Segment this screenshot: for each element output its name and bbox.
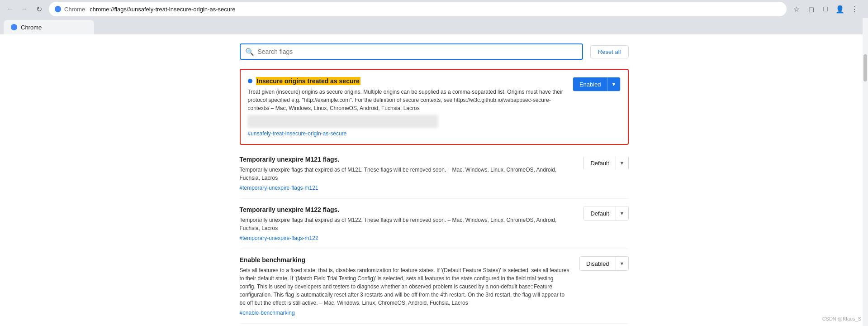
dropdown-arrow-benchmarking-icon: ▼ [616, 257, 628, 270]
bookmark-button[interactable]: ☆ [790, 3, 803, 15]
reload-button[interactable]: ↻ [33, 3, 45, 15]
flag-input-insecure-origins[interactable] [248, 115, 438, 128]
flag-link-unexpire-m121[interactable]: #temporary-unexpire-flags-m121 [240, 185, 575, 191]
dropdown-label-benchmarking: Disabled [580, 257, 616, 270]
titlebar: ← → ↻ Chrome chrome://flags/#unsafely-tr… [0, 0, 868, 18]
flag-link-insecure-origins[interactable]: #unsafely-treat-insecure-origin-as-secur… [248, 130, 564, 137]
menu-button[interactable]: ⋮ [848, 3, 861, 15]
flag-item-benchmarking: Enable benchmarking Sets all features to… [240, 249, 629, 324]
reset-all-button[interactable]: Reset all [590, 45, 629, 58]
browser-chrome: ← → ↻ Chrome chrome://flags/#unsafely-tr… [0, 0, 868, 34]
flag-info-unexpire-m121: Temporarily unexpire M121 flags. Tempora… [240, 156, 575, 191]
address-bar[interactable]: Chrome chrome://flags/#unsafely-treat-in… [49, 2, 787, 16]
dropdown-default-m121[interactable]: Default ▼ [583, 156, 628, 170]
dropdown-label-insecure-origins: Enabled [573, 77, 608, 91]
dropdown-arrow-m121-icon: ▼ [616, 156, 628, 170]
forward-button[interactable]: → [18, 3, 31, 15]
flag-desc-unexpire-m121: Temporarily unexpire flags that expired … [240, 166, 575, 182]
flag-dropdown-unexpire-m121[interactable]: Default ▼ [583, 156, 628, 170]
browser-label: Chrome [64, 6, 85, 13]
favicon [54, 5, 62, 13]
flag-title-benchmarking: Enable benchmarking [240, 256, 305, 264]
flag-dropdown-benchmarking[interactable]: Disabled ▼ [579, 256, 628, 271]
flag-item-unexpire-m122: Temporarily unexpire M122 flags. Tempora… [240, 199, 629, 249]
nav-buttons: ← → ↻ [4, 3, 45, 15]
search-bar-row: 🔍 Reset all [240, 43, 629, 60]
search-icon: 🔍 [245, 48, 254, 56]
tab-title-text: Chrome [21, 24, 42, 31]
flag-name-unexpire-m121: Temporarily unexpire M121 flags. [240, 156, 575, 163]
flags-container: 🔍 Reset all Insecure origins treated as … [231, 34, 638, 326]
flag-name-insecure-origins: Insecure origins treated as secure [248, 77, 564, 85]
search-wrapper[interactable]: 🔍 [240, 43, 583, 60]
flag-info-benchmarking: Enable benchmarking Sets all features to… [240, 256, 571, 316]
chrome-icon [55, 6, 61, 12]
dropdown-label-m121: Default [584, 156, 616, 170]
tab-favicon [11, 24, 17, 30]
extensions-button[interactable]: ◻ [805, 3, 817, 15]
dropdown-enabled[interactable]: Enabled ▼ [573, 77, 621, 91]
page-content: 🔍 Reset all Insecure origins treated as … [0, 34, 868, 326]
flag-name-unexpire-m122: Temporarily unexpire M122 flags. [240, 206, 575, 213]
split-button[interactable]: □ [819, 3, 832, 15]
dropdown-disabled-benchmarking[interactable]: Disabled ▼ [579, 256, 628, 271]
scrollbar[interactable] [863, 18, 868, 326]
flag-desc-unexpire-m122: Temporarily unexpire flags that expired … [240, 216, 575, 232]
scrollbar-thumb[interactable] [863, 54, 867, 82]
active-tab[interactable]: Chrome [4, 20, 94, 34]
back-button[interactable]: ← [4, 3, 16, 15]
flag-desc-insecure-origins: Treat given (insecure) origins as secure… [248, 88, 564, 112]
dropdown-arrow-m122-icon: ▼ [616, 206, 628, 220]
flag-link-benchmarking[interactable]: #enable-benchmarking [240, 310, 571, 316]
dropdown-default-m122[interactable]: Default ▼ [583, 206, 628, 221]
search-input[interactable] [258, 48, 578, 55]
flag-title-unexpire-m121: Temporarily unexpire M121 flags. [240, 156, 340, 163]
flag-desc-benchmarking: Sets all features to a fixed state; that… [240, 266, 571, 307]
blue-dot-icon [248, 79, 252, 83]
flag-info-unexpire-m122: Temporarily unexpire M122 flags. Tempora… [240, 206, 575, 241]
toolbar-icons: ☆ ◻ □ 👤 ⋮ [790, 3, 864, 15]
flag-info-insecure-origins: Insecure origins treated as secure Treat… [248, 77, 564, 137]
flag-dropdown-insecure-origins[interactable]: Enabled ▼ [573, 77, 621, 91]
dropdown-label-m122: Default [584, 206, 616, 220]
flag-title-insecure-origins: Insecure origins treated as secure [256, 77, 360, 85]
flag-dropdown-unexpire-m122[interactable]: Default ▼ [583, 206, 628, 221]
watermark: CSDN @Klaus_S [822, 316, 861, 321]
flag-title-unexpire-m122: Temporarily unexpire M122 flags. [240, 206, 340, 213]
flag-item-unexpire-m121: Temporarily unexpire M121 flags. Tempora… [240, 149, 629, 199]
url-text: chrome://flags/#unsafely-treat-insecure-… [90, 6, 781, 13]
dropdown-arrow-icon: ▼ [608, 77, 620, 91]
flag-item-insecure-origins: Insecure origins treated as secure Treat… [240, 69, 629, 145]
flag-link-unexpire-m122[interactable]: #temporary-unexpire-flags-m122 [240, 235, 575, 241]
tab-bar: Chrome [0, 18, 868, 34]
flag-name-benchmarking: Enable benchmarking [240, 256, 571, 264]
profile-button[interactable]: 👤 [834, 3, 846, 15]
